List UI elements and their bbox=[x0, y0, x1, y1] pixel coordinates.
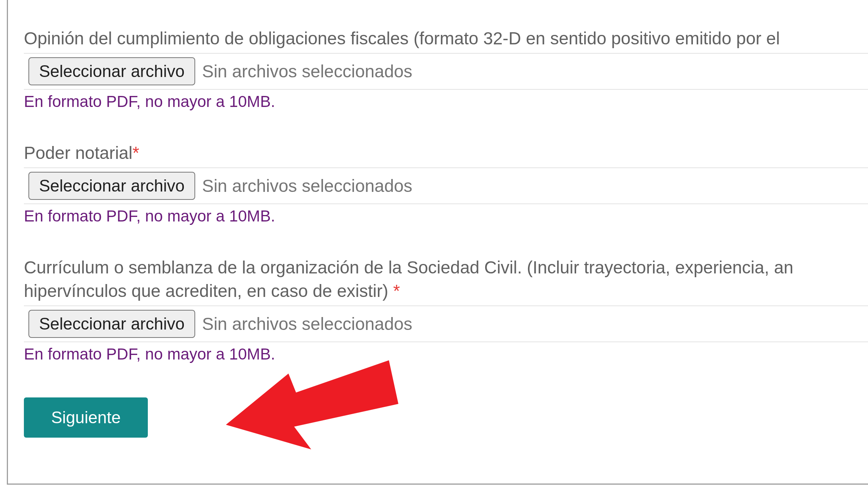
file-status-curriculum: Sin archivos seleccionados bbox=[202, 314, 412, 334]
hint-notarial: En formato PDF, no mayor a 10MB. bbox=[24, 207, 868, 225]
file-input-notarial[interactable]: Seleccionar archivo Sin archivos selecci… bbox=[24, 168, 868, 204]
form-group-fiscal: Opinión del cumplimiento de obligaciones… bbox=[24, 27, 868, 111]
label-text-notarial: Poder notarial bbox=[24, 143, 132, 163]
form-group-notarial: Poder notarial* Seleccionar archivo Sin … bbox=[24, 141, 868, 225]
select-file-button-notarial[interactable]: Seleccionar archivo bbox=[28, 172, 195, 200]
select-file-button-curriculum[interactable]: Seleccionar archivo bbox=[28, 310, 195, 338]
label-curriculum: Currículum o semblanza de la organizació… bbox=[24, 256, 868, 303]
hint-curriculum: En formato PDF, no mayor a 10MB. bbox=[24, 345, 868, 363]
svg-marker-0 bbox=[226, 360, 398, 449]
form-group-curriculum: Currículum o semblanza de la organizació… bbox=[24, 256, 868, 363]
label-fiscal: Opinión del cumplimiento de obligaciones… bbox=[24, 27, 868, 50]
select-file-button-fiscal[interactable]: Seleccionar archivo bbox=[28, 57, 195, 85]
required-marker-curriculum: * bbox=[393, 281, 400, 301]
label-curriculum-line2: hipervínculos que acrediten, en caso de … bbox=[24, 281, 393, 301]
file-input-curriculum[interactable]: Seleccionar archivo Sin archivos selecci… bbox=[24, 306, 868, 342]
label-curriculum-line1: Currículum o semblanza de la organizació… bbox=[24, 257, 793, 277]
form-container: Opinión del cumplimiento de obligaciones… bbox=[7, 0, 868, 485]
arrow-annotation-icon bbox=[226, 360, 408, 459]
next-button[interactable]: Siguiente bbox=[24, 397, 148, 438]
required-marker-notarial: * bbox=[132, 143, 139, 163]
file-input-fiscal[interactable]: Seleccionar archivo Sin archivos selecci… bbox=[24, 53, 868, 89]
label-notarial: Poder notarial* bbox=[24, 141, 868, 165]
file-status-fiscal: Sin archivos seleccionados bbox=[202, 61, 412, 82]
hint-fiscal: En formato PDF, no mayor a 10MB. bbox=[24, 93, 868, 111]
file-status-notarial: Sin archivos seleccionados bbox=[202, 176, 412, 196]
